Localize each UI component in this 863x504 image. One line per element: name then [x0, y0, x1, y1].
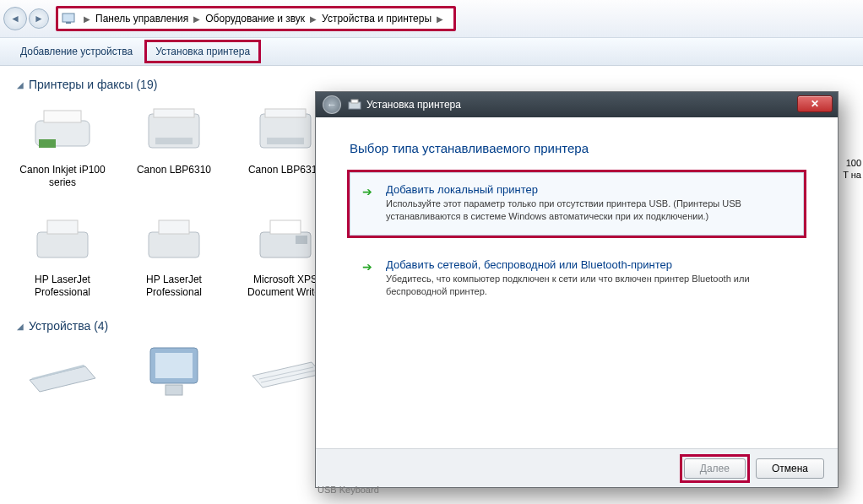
dialog-footer: Далее Отмена — [316, 448, 838, 487]
printer-icon — [348, 99, 361, 111]
breadcrumb-item[interactable]: Панель управления — [95, 13, 188, 24]
svg-rect-27 — [351, 100, 358, 103]
arrow-left-icon: ← — [327, 99, 337, 111]
dialog-body: Выбор типа устанавливаемого принтера ➔ Д… — [316, 117, 838, 310]
dialog-titlebar[interactable]: ← Установка принтера ✕ — [316, 92, 838, 117]
svg-rect-1 — [66, 22, 71, 24]
chevron-right-icon: ▶ — [193, 14, 200, 24]
next-button[interactable]: Далее — [684, 458, 746, 479]
arrow-right-icon: ► — [34, 13, 44, 24]
device-item[interactable]: HP LaserJet Professional — [128, 209, 220, 299]
highlight-frame: Далее — [682, 457, 747, 480]
svg-marker-23 — [252, 362, 322, 387]
chevron-down-icon: ◢ — [17, 322, 24, 331]
device-item[interactable]: Canon LBP6310 — [128, 100, 220, 189]
nav-forward-button[interactable]: ► — [29, 8, 49, 29]
svg-rect-6 — [154, 109, 194, 117]
printer-icon — [247, 209, 323, 268]
arrow-left-icon: ◄ — [10, 13, 20, 24]
breadcrumb-item[interactable]: Оборудование и звук — [205, 13, 305, 24]
printer-icon — [136, 100, 212, 159]
option-add-local-printer[interactable]: ➔ Добавить локальный принтер Используйте… — [350, 172, 804, 236]
option-title: Добавить локальный принтер — [386, 183, 791, 196]
chevron-down-icon: ◢ — [17, 80, 24, 89]
svg-rect-22 — [166, 385, 182, 395]
arrow-right-icon: ➔ — [362, 258, 376, 298]
chevron-right-icon: ▶ — [310, 14, 317, 24]
svg-rect-9 — [265, 109, 306, 117]
device-item[interactable] — [128, 341, 220, 405]
close-icon: ✕ — [811, 98, 819, 110]
printer-icon — [247, 100, 323, 159]
scanner-icon — [24, 341, 100, 400]
device-item[interactable] — [17, 341, 108, 405]
device-item[interactable]: Canon Inkjet iP100 series — [17, 100, 108, 189]
option-title: Добавить сетевой, беспроводной или Bluet… — [386, 258, 791, 271]
svg-rect-11 — [37, 232, 88, 257]
svg-rect-7 — [155, 138, 193, 144]
breadcrumb[interactable]: ▶ Панель управления ▶ Оборудование и зву… — [56, 6, 456, 31]
dialog-back-button[interactable]: ← — [323, 95, 341, 114]
svg-rect-10 — [267, 138, 304, 144]
option-description: Убедитесь, что компьютер подключен к сет… — [386, 273, 791, 298]
option-add-network-printer[interactable]: ➔ Добавить сетевой, беспроводной или Blu… — [350, 247, 804, 311]
device-item[interactable]: HP LaserJet Professional — [17, 209, 108, 299]
add-device-button[interactable]: Добавление устройства — [12, 42, 141, 61]
arrow-right-icon: ➔ — [362, 183, 376, 223]
section-count: (19) — [136, 78, 157, 91]
svg-rect-17 — [296, 236, 307, 244]
section-title: Принтеры и факсы — [29, 78, 133, 91]
add-printer-dialog: ← Установка принтера ✕ Выбор типа устана… — [315, 91, 839, 488]
section-title: Устройства — [29, 319, 90, 333]
svg-rect-21 — [155, 353, 193, 378]
dialog-heading: Выбор типа устанавливаемого принтера — [350, 141, 804, 155]
monitor-icon — [136, 341, 212, 400]
nav-back-button[interactable]: ◄ — [3, 7, 27, 30]
section-printers-header[interactable]: ◢ Принтеры и факсы (19) — [17, 78, 846, 91]
clipped-usb-label: USB Keyboard — [318, 485, 379, 495]
svg-rect-13 — [149, 232, 199, 257]
svg-rect-4 — [39, 139, 56, 148]
svg-rect-14 — [159, 220, 189, 234]
printer-icon — [136, 209, 212, 268]
printer-icon — [24, 100, 100, 159]
svg-rect-3 — [44, 111, 81, 122]
cancel-button[interactable]: Отмена — [756, 458, 824, 479]
keyboard-icon — [247, 341, 323, 400]
nav-strip: ◄ ► ▶ Панель управления ▶ Оборудование и… — [0, 0, 863, 37]
chevron-right-icon: ▶ — [84, 14, 90, 24]
printer-icon — [24, 209, 100, 268]
device-label: Canon LBP6310 — [128, 164, 220, 176]
add-printer-button[interactable]: Установка принтера — [144, 40, 261, 63]
svg-rect-16 — [270, 220, 301, 234]
svg-rect-0 — [62, 14, 74, 22]
clipped-device-label: 100 T на — [843, 157, 861, 182]
chevron-right-icon: ▶ — [437, 14, 443, 24]
breadcrumb-item[interactable]: Устройства и принтеры — [322, 13, 432, 24]
option-description: Используйте этот параметр только при отс… — [386, 198, 791, 223]
toolbar: Добавление устройства Установка принтера — [0, 37, 863, 66]
device-label: Canon Inkjet iP100 series — [17, 164, 108, 189]
svg-rect-12 — [47, 220, 78, 234]
device-label: HP LaserJet Professional — [17, 274, 108, 299]
section-count: (4) — [94, 319, 108, 333]
close-button[interactable]: ✕ — [797, 95, 833, 112]
device-label: HP LaserJet Professional — [128, 274, 220, 299]
dialog-title-text: Установка принтера — [366, 99, 461, 111]
control-panel-icon — [62, 13, 75, 24]
